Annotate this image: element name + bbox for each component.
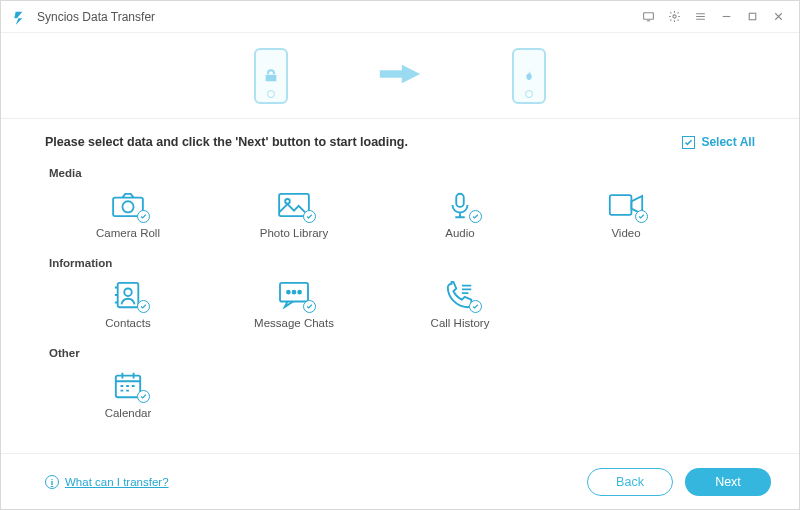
check-badge-icon	[469, 210, 482, 223]
select-all-checkbox[interactable]: Select All	[682, 135, 755, 149]
select-all-label: Select All	[701, 135, 755, 149]
svg-point-16	[298, 291, 301, 294]
help-link[interactable]: i What can I transfer?	[45, 475, 169, 489]
check-badge-icon	[303, 210, 316, 223]
svg-rect-0	[643, 13, 653, 19]
menu-icon[interactable]	[687, 3, 713, 31]
svg-point-4	[272, 77, 273, 78]
item-photo-library[interactable]: Photo Library	[211, 189, 377, 239]
section-title-media: Media	[49, 167, 755, 179]
item-call-history[interactable]: Call History	[377, 279, 543, 329]
device-connect-icon[interactable]	[635, 3, 661, 31]
item-camera-roll[interactable]: Camera Roll	[45, 189, 211, 239]
app-window: Syncios Data Transfer	[0, 0, 800, 510]
information-items-row: Contacts Message Chats Call History	[45, 279, 755, 329]
minimize-button[interactable]	[713, 3, 739, 31]
item-message-chats[interactable]: Message Chats	[211, 279, 377, 329]
check-badge-icon	[137, 300, 150, 313]
footer-bar: i What can I transfer? Back Next	[1, 453, 799, 509]
item-label: Camera Roll	[96, 227, 160, 239]
item-label: Video	[611, 227, 640, 239]
svg-rect-2	[749, 13, 756, 20]
source-device-icon	[254, 48, 288, 104]
check-icon	[682, 136, 695, 149]
instruction-text: Please select data and click the 'Next' …	[45, 135, 682, 149]
check-badge-icon	[303, 300, 316, 313]
item-label: Calendar	[105, 407, 152, 419]
item-label: Audio	[445, 227, 474, 239]
svg-point-14	[287, 291, 290, 294]
next-button[interactable]: Next	[685, 468, 771, 496]
content-area: Please select data and click the 'Next' …	[1, 119, 799, 453]
close-button[interactable]	[765, 3, 791, 31]
svg-point-1	[672, 15, 675, 18]
item-label: Call History	[431, 317, 490, 329]
title-bar: Syncios Data Transfer	[1, 1, 799, 33]
check-badge-icon	[469, 300, 482, 313]
svg-point-3	[268, 77, 269, 78]
item-contacts[interactable]: Contacts	[45, 279, 211, 329]
check-badge-icon	[137, 210, 150, 223]
help-link-text: What can I transfer?	[65, 476, 169, 488]
other-items-row: Calendar	[45, 369, 755, 419]
svg-rect-10	[610, 195, 632, 215]
svg-point-6	[122, 201, 133, 212]
item-label: Message Chats	[254, 317, 334, 329]
svg-point-15	[293, 291, 296, 294]
media-items-row: Camera Roll Photo Library Audio	[45, 189, 755, 239]
item-calendar[interactable]: Calendar	[45, 369, 211, 419]
check-badge-icon	[137, 390, 150, 403]
target-device-icon	[512, 48, 546, 104]
svg-rect-9	[456, 194, 464, 207]
item-label: Contacts	[105, 317, 150, 329]
check-badge-icon	[635, 210, 648, 223]
svg-point-12	[124, 288, 132, 296]
app-logo-icon	[13, 9, 29, 25]
item-label: Photo Library	[260, 227, 328, 239]
device-transfer-bar	[1, 33, 799, 119]
app-title: Syncios Data Transfer	[37, 10, 155, 24]
settings-icon[interactable]	[661, 3, 687, 31]
item-audio[interactable]: Audio	[377, 189, 543, 239]
section-title-information: Information	[49, 257, 755, 269]
transfer-arrow-icon	[378, 59, 422, 93]
item-video[interactable]: Video	[543, 189, 709, 239]
info-icon: i	[45, 475, 59, 489]
section-title-other: Other	[49, 347, 755, 359]
back-button[interactable]: Back	[587, 468, 673, 496]
maximize-button[interactable]	[739, 3, 765, 31]
